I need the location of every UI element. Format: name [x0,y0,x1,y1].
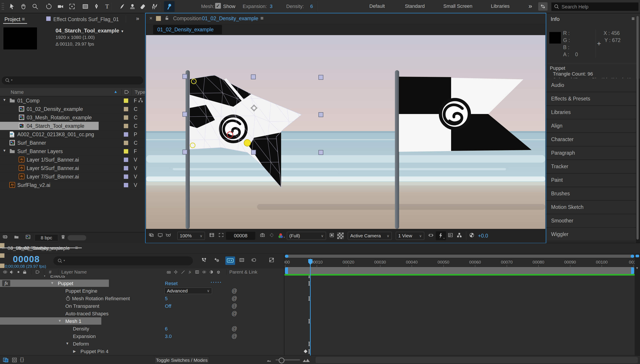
project-item-label[interactable]: 03_Mesh_Rotation_example [27,115,92,121]
mesh-rotation-refinement-label[interactable]: Mesh Rotation Refinement [72,296,130,302]
timeline-zoom-knob[interactable] [279,358,284,363]
project-item-label[interactable]: Layer 7/Surf_Banner.ai [27,174,79,180]
selection-handle[interactable] [251,75,256,79]
help-search-box[interactable]: Search Help [551,2,639,11]
close-icon[interactable]: × [149,15,152,21]
expand-layer-switches-icon[interactable] [3,357,9,364]
project-item-label[interactable]: SurfFlag_v2.ai [17,182,50,188]
sidebar-item-wiggler[interactable]: Wiggler [546,228,636,241]
trash-icon[interactable] [60,234,67,242]
timeline-search-box[interactable]: ▾ [53,256,193,265]
puppet-pin-4-lane[interactable]: I [284,348,635,355]
deform-group-lane[interactable]: I [284,340,635,348]
project-panel-menu-icon[interactable]: ≡ [22,16,25,22]
deform-group-label[interactable]: Deform [73,341,89,347]
work-area-start-handle[interactable] [285,267,288,274]
on-transparent-lane[interactable] [284,302,635,310]
expression-dashes[interactable]: ····· [211,280,222,285]
keyframe-diamond[interactable] [304,350,308,353]
camera-tool[interactable] [55,1,66,12]
panel-menu-icon[interactable]: ≡ [260,15,264,21]
roto-brush-tool[interactable] [149,1,160,12]
tab-menu-icon[interactable]: ≡ [75,245,78,251]
density-value[interactable]: 6 [165,326,168,332]
label-color-swatch[interactable] [124,166,128,171]
workspace-libraries[interactable]: Libraries [491,3,510,9]
fx-switch-icon[interactable]: fx [188,270,192,275]
playhead-line[interactable] [310,259,311,356]
composition-title[interactable]: 01_02_Density_example [202,16,258,22]
toggle-switches-button[interactable]: Toggle Switches / Modes [154,357,209,364]
panel-overflow-icon[interactable]: » [136,15,139,22]
view-layout-dropdown[interactable]: 1 View∨ [396,232,424,240]
density-lane[interactable] [284,325,635,333]
navigator-start-handle[interactable] [285,255,288,258]
graph-editor-icon[interactable] [269,257,276,265]
mesh-show-checkbox[interactable]: ✓ [215,3,221,9]
project-item-row[interactable]: 04_Starch_Tool_exampleC [0,122,145,130]
selection-tool[interactable] [7,1,17,12]
gutter-nav-nub[interactable] [636,255,639,257]
on-transparent-row[interactable]: On TransparentOff@ [0,302,284,310]
selection-handle[interactable] [183,112,187,116]
project-item-label[interactable]: Surf_Banner [17,140,46,146]
audio-column-icon[interactable] [9,270,14,275]
label-color-swatch[interactable] [124,149,128,154]
column-type[interactable]: Type [135,89,145,95]
footage-title[interactable]: 04_Starch_Tool_example ▼ [56,28,124,34]
pick-whip-icon[interactable]: @ [232,310,237,317]
current-frame-display[interactable]: 00008 [13,254,40,264]
label-color-swatch[interactable] [124,98,128,103]
pick-whip-icon[interactable]: @ [232,295,237,302]
deform-group-row[interactable]: ▼Deform [0,340,284,348]
composition-viewport[interactable] [146,35,545,229]
project-tab[interactable]: Project [4,16,20,22]
lock-column-icon[interactable] [22,270,27,275]
label-color-swatch[interactable] [124,183,128,188]
label-color-swatch[interactable] [124,115,128,120]
sidebar-item-smoother[interactable]: Smoother [546,214,636,227]
project-item-row[interactable]: Surf_BannerC [0,139,145,147]
transfer-controls-icon[interactable] [12,357,18,364]
fx-badge[interactable]: fx [2,280,10,286]
eraser-tool[interactable] [137,1,148,12]
timeline-panel-icon[interactable] [448,232,454,240]
clone-stamp-tool[interactable] [127,1,138,12]
proxy-icon[interactable] [166,232,172,240]
solo-column-icon[interactable] [16,270,21,275]
expansion-value[interactable]: 3.0 [165,334,172,339]
workspace-standard[interactable]: Standard [405,3,425,9]
interpret-footage-icon[interactable] [3,234,9,242]
bit-depth-button[interactable]: 8 bpc [35,234,58,241]
info-title[interactable]: Info [551,16,560,22]
pick-whip-icon[interactable]: @ [232,325,237,332]
puppet-effect-value[interactable]: Reset [165,281,178,286]
snapshot-icon[interactable] [260,232,266,240]
sidebar-item-motion-sketch[interactable]: Motion Sketch [546,201,636,214]
project-search-box[interactable]: ▾ [2,76,143,84]
zoom-in-mountain-icon[interactable] [302,357,311,363]
sidebar-scrollbar[interactable] [636,16,639,240]
composition-mini-flowchart-icon[interactable] [201,257,208,265]
hand-tool[interactable] [18,1,29,12]
label-color-swatch[interactable] [124,174,128,179]
label-color-swatch[interactable] [124,140,128,145]
twirl-open-icon[interactable]: ▼ [58,319,62,323]
draft-switch-icon[interactable] [180,270,185,275]
layer-name-column[interactable]: Layer Name [61,269,87,275]
project-item-row[interactable]: ▼Surf_Banner LayersF [0,147,145,156]
auto-traced-shapes-label[interactable]: Auto-traced Shapes [65,311,108,317]
project-item-label[interactable]: 04_Starch_Tool_example [27,123,84,129]
project-item-row[interactable]: 01_02_Density_exampleC [0,105,145,114]
project-item-row[interactable]: AiAISurfFlag_v2.aiV [0,181,145,190]
project-item-label[interactable]: Layer 5/Surf_Banner.ai [27,165,79,171]
puppet-effect-lane[interactable]: I [284,280,635,287]
auto-traced-shapes-lane[interactable] [284,310,635,318]
rectangle-tool[interactable] [80,1,91,12]
work-area-bar[interactable] [285,267,634,274]
sidebar-item-audio[interactable]: Audio [546,79,636,92]
pan-behind-tool[interactable] [67,1,77,12]
camera-dropdown[interactable]: Active Camera∨ [348,232,392,240]
mesh-rotation-refinement-row[interactable]: Mesh Rotation Refinement5@ [0,295,284,302]
selection-handle[interactable] [319,75,323,80]
